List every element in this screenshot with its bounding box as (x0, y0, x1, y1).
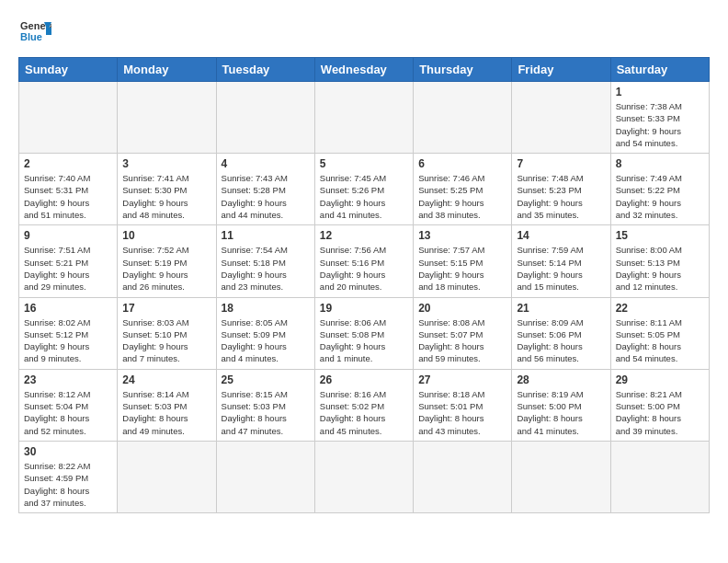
calendar-cell: 13Sunrise: 7:57 AM Sunset: 5:15 PM Dayli… (414, 225, 512, 297)
week-row-0: 1Sunrise: 7:38 AM Sunset: 5:33 PM Daylig… (19, 82, 710, 154)
calendar-cell: 14Sunrise: 7:59 AM Sunset: 5:14 PM Dayli… (512, 225, 610, 297)
day-number: 30 (24, 445, 112, 458)
calendar-cell: 15Sunrise: 8:00 AM Sunset: 5:13 PM Dayli… (610, 225, 709, 297)
calendar-cell: 8Sunrise: 7:49 AM Sunset: 5:22 PM Daylig… (610, 154, 709, 225)
calendar-cell: 22Sunrise: 8:11 AM Sunset: 5:05 PM Dayli… (610, 297, 709, 369)
day-number: 9 (24, 229, 112, 242)
calendar-cell: 21Sunrise: 8:09 AM Sunset: 5:06 PM Dayli… (512, 297, 610, 369)
calendar-cell: 4Sunrise: 7:43 AM Sunset: 5:28 PM Daylig… (216, 154, 314, 225)
weekday-header-tuesday: Tuesday (216, 58, 314, 82)
day-number: 18 (222, 302, 310, 315)
calendar-cell: 17Sunrise: 8:03 AM Sunset: 5:10 PM Dayli… (118, 297, 216, 369)
weekday-header-row: SundayMondayTuesdayWednesdayThursdayFrid… (19, 58, 710, 82)
day-number: 23 (24, 373, 112, 386)
day-info: Sunrise: 7:49 AM Sunset: 5:22 PM Dayligh… (616, 172, 704, 221)
calendar-cell (314, 441, 413, 512)
day-number: 4 (222, 157, 310, 170)
day-info: Sunrise: 7:54 AM Sunset: 5:18 PM Dayligh… (222, 244, 310, 293)
calendar-cell: 24Sunrise: 8:14 AM Sunset: 5:03 PM Dayli… (118, 369, 216, 441)
calendar-cell (118, 82, 216, 154)
weekday-header-wednesday: Wednesday (314, 58, 413, 82)
day-info: Sunrise: 8:06 AM Sunset: 5:08 PM Dayligh… (320, 316, 408, 365)
calendar-cell: 25Sunrise: 8:15 AM Sunset: 5:03 PM Dayli… (216, 369, 314, 441)
week-row-2: 9Sunrise: 7:51 AM Sunset: 5:21 PM Daylig… (19, 225, 710, 297)
day-number: 12 (320, 229, 408, 242)
day-number: 15 (616, 229, 704, 242)
calendar-cell (414, 82, 512, 154)
day-info: Sunrise: 7:41 AM Sunset: 5:30 PM Dayligh… (122, 172, 210, 221)
weekday-header-thursday: Thursday (414, 58, 512, 82)
calendar-cell: 18Sunrise: 8:05 AM Sunset: 5:09 PM Dayli… (216, 297, 314, 369)
calendar-cell (19, 82, 118, 154)
day-info: Sunrise: 8:12 AM Sunset: 5:04 PM Dayligh… (24, 388, 112, 437)
day-info: Sunrise: 7:40 AM Sunset: 5:31 PM Dayligh… (24, 172, 112, 221)
day-info: Sunrise: 7:57 AM Sunset: 5:15 PM Dayligh… (418, 244, 506, 293)
calendar-cell (118, 441, 216, 512)
svg-marker-4 (46, 28, 51, 35)
calendar-cell (314, 82, 413, 154)
logo: General Blue (18, 15, 57, 48)
day-number: 28 (517, 373, 605, 386)
day-info: Sunrise: 7:43 AM Sunset: 5:28 PM Dayligh… (222, 172, 310, 221)
day-number: 10 (122, 229, 210, 242)
day-number: 26 (320, 373, 408, 386)
week-row-3: 16Sunrise: 8:02 AM Sunset: 5:12 PM Dayli… (19, 297, 710, 369)
day-info: Sunrise: 7:52 AM Sunset: 5:19 PM Dayligh… (122, 244, 210, 293)
day-number: 21 (517, 302, 605, 315)
day-info: Sunrise: 7:46 AM Sunset: 5:25 PM Dayligh… (418, 172, 506, 221)
calendar-table: SundayMondayTuesdayWednesdayThursdayFrid… (18, 57, 710, 513)
weekday-header-monday: Monday (118, 58, 216, 82)
day-number: 17 (122, 302, 210, 315)
day-info: Sunrise: 7:38 AM Sunset: 5:33 PM Dayligh… (616, 100, 704, 149)
calendar-cell: 7Sunrise: 7:48 AM Sunset: 5:23 PM Daylig… (512, 154, 610, 225)
calendar-cell: 23Sunrise: 8:12 AM Sunset: 5:04 PM Dayli… (19, 369, 118, 441)
day-number: 11 (222, 229, 310, 242)
day-number: 27 (418, 373, 506, 386)
day-info: Sunrise: 8:18 AM Sunset: 5:01 PM Dayligh… (418, 388, 506, 437)
day-info: Sunrise: 8:03 AM Sunset: 5:10 PM Dayligh… (122, 316, 210, 365)
day-number: 20 (418, 302, 506, 315)
day-number: 7 (517, 157, 605, 170)
calendar-cell: 2Sunrise: 7:40 AM Sunset: 5:31 PM Daylig… (19, 154, 118, 225)
day-info: Sunrise: 8:19 AM Sunset: 5:00 PM Dayligh… (517, 388, 605, 437)
calendar-cell: 12Sunrise: 7:56 AM Sunset: 5:16 PM Dayli… (314, 225, 413, 297)
day-info: Sunrise: 7:48 AM Sunset: 5:23 PM Dayligh… (517, 172, 605, 221)
weekday-header-friday: Friday (512, 58, 610, 82)
day-number: 22 (616, 302, 704, 315)
day-number: 2 (24, 157, 112, 170)
day-info: Sunrise: 7:56 AM Sunset: 5:16 PM Dayligh… (320, 244, 408, 293)
day-number: 29 (616, 373, 704, 386)
day-info: Sunrise: 8:05 AM Sunset: 5:09 PM Dayligh… (222, 316, 310, 365)
day-number: 24 (122, 373, 210, 386)
calendar-cell: 6Sunrise: 7:46 AM Sunset: 5:25 PM Daylig… (414, 154, 512, 225)
calendar-cell: 19Sunrise: 8:06 AM Sunset: 5:08 PM Dayli… (314, 297, 413, 369)
calendar-cell: 9Sunrise: 7:51 AM Sunset: 5:21 PM Daylig… (19, 225, 118, 297)
calendar-cell: 29Sunrise: 8:21 AM Sunset: 5:00 PM Dayli… (610, 369, 709, 441)
day-info: Sunrise: 8:00 AM Sunset: 5:13 PM Dayligh… (616, 244, 704, 293)
calendar-cell (216, 441, 314, 512)
week-row-5: 30Sunrise: 8:22 AM Sunset: 4:59 PM Dayli… (19, 441, 710, 512)
calendar-cell (216, 82, 314, 154)
calendar-cell: 30Sunrise: 8:22 AM Sunset: 4:59 PM Dayli… (19, 441, 118, 512)
calendar-page: General Blue SundayMondayTuesdayWednesda… (0, 0, 728, 563)
calendar-cell (610, 441, 709, 512)
day-info: Sunrise: 8:14 AM Sunset: 5:03 PM Dayligh… (122, 388, 210, 437)
calendar-cell: 16Sunrise: 8:02 AM Sunset: 5:12 PM Dayli… (19, 297, 118, 369)
day-info: Sunrise: 8:08 AM Sunset: 5:07 PM Dayligh… (418, 316, 506, 365)
day-info: Sunrise: 8:15 AM Sunset: 5:03 PM Dayligh… (222, 388, 310, 437)
day-info: Sunrise: 8:21 AM Sunset: 5:00 PM Dayligh… (616, 388, 704, 437)
week-row-1: 2Sunrise: 7:40 AM Sunset: 5:31 PM Daylig… (19, 154, 710, 225)
day-info: Sunrise: 7:59 AM Sunset: 5:14 PM Dayligh… (517, 244, 605, 293)
page-header: General Blue (18, 15, 710, 48)
day-number: 3 (122, 157, 210, 170)
day-number: 14 (517, 229, 605, 242)
calendar-cell: 26Sunrise: 8:16 AM Sunset: 5:02 PM Dayli… (314, 369, 413, 441)
day-number: 19 (320, 302, 408, 315)
weekday-header-saturday: Saturday (610, 58, 709, 82)
calendar-cell (512, 82, 610, 154)
day-info: Sunrise: 7:51 AM Sunset: 5:21 PM Dayligh… (24, 244, 112, 293)
svg-text:Blue: Blue (20, 31, 42, 42)
day-info: Sunrise: 8:09 AM Sunset: 5:06 PM Dayligh… (517, 316, 605, 365)
weekday-header-sunday: Sunday (19, 58, 118, 82)
calendar-cell: 27Sunrise: 8:18 AM Sunset: 5:01 PM Dayli… (414, 369, 512, 441)
